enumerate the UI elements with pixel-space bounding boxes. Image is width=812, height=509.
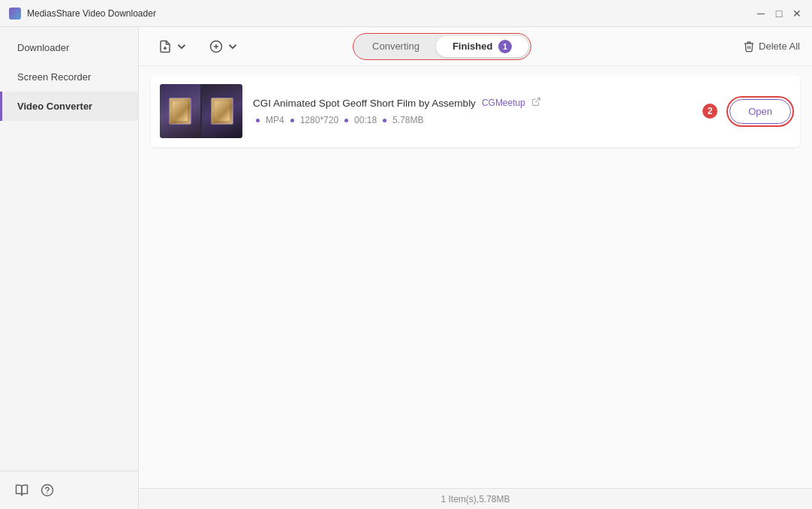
video-thumbnail <box>160 84 242 138</box>
table-row: CGI Animated Spot Geoff Short Film by As… <box>151 75 800 147</box>
status-text: 1 Item(s),5.78MB <box>441 494 510 504</box>
add-url-icon <box>209 40 223 53</box>
book-icon[interactable] <box>15 483 29 497</box>
meta-dot-2 <box>290 119 294 122</box>
delete-all-button[interactable]: Delete All <box>743 41 800 53</box>
video-duration: 00:18 <box>354 115 377 125</box>
video-title: CGI Animated Spot Geoff Short Film by As… <box>253 98 476 109</box>
trash-icon <box>743 41 755 53</box>
close-button[interactable]: ✕ <box>791 8 803 20</box>
video-resolution: 1280*720 <box>300 115 338 125</box>
svg-line-7 <box>535 98 540 103</box>
video-list: CGI Animated Spot Geoff Short Film by As… <box>139 66 812 488</box>
video-actions: 2 Open <box>702 99 791 124</box>
app-icon <box>9 8 21 20</box>
meta-dot-1 <box>256 119 260 122</box>
title-bar: MediasShare Video Downloader ─ □ ✕ <box>0 0 812 27</box>
add-file-icon <box>158 40 172 53</box>
meta-dot-4 <box>383 119 386 122</box>
video-meta: MP4 1280*720 00:18 5.78MB <box>253 115 692 125</box>
minimize-button[interactable]: ─ <box>755 8 767 20</box>
tab-finished[interactable]: Finished 1 <box>436 36 528 57</box>
video-info: CGI Animated Spot Geoff Short Film by As… <box>253 97 692 125</box>
toolbar: Converting Finished 1 Delete All <box>139 27 812 66</box>
help-icon[interactable] <box>41 483 54 497</box>
sidebar: Downloader Screen Recorder Video Convert… <box>0 27 139 509</box>
app-body: Downloader Screen Recorder Video Convert… <box>0 27 812 509</box>
sidebar-item-downloader[interactable]: Downloader <box>0 33 138 62</box>
meta-dot-3 <box>344 119 348 122</box>
sidebar-item-video-converter[interactable]: Video Converter <box>0 92 138 121</box>
finished-count-badge: 1 <box>498 40 512 53</box>
title-bar-left: MediasShare Video Downloader <box>9 8 156 20</box>
tab-converting[interactable]: Converting <box>356 37 436 56</box>
add-url-chevron-icon <box>226 40 239 53</box>
open-button[interactable]: Open <box>729 99 791 124</box>
video-source: CGMeetup <box>482 98 525 108</box>
video-title-row: CGI Animated Spot Geoff Short Film by As… <box>253 97 692 109</box>
restore-button[interactable]: □ <box>773 8 785 20</box>
add-file-button[interactable] <box>151 35 196 58</box>
video-format: MP4 <box>266 115 284 125</box>
video-size: 5.78MB <box>392 115 423 125</box>
toolbar-left <box>151 35 247 58</box>
main-content: Converting Finished 1 Delete All <box>139 27 812 509</box>
sidebar-item-screen-recorder[interactable]: Screen Recorder <box>0 62 138 92</box>
title-bar-controls: ─ □ ✕ <box>755 8 803 20</box>
add-url-button[interactable] <box>202 35 247 58</box>
sidebar-nav: Downloader Screen Recorder Video Convert… <box>0 27 138 471</box>
status-bar: 1 Item(s),5.78MB <box>139 488 812 509</box>
add-file-chevron-icon <box>175 40 188 53</box>
external-link-icon[interactable] <box>531 97 541 109</box>
toolbar-right: Delete All <box>743 41 800 53</box>
app-title: MediasShare Video Downloader <box>27 8 156 19</box>
annotation-marker-2: 2 <box>702 104 717 119</box>
tab-toggle: Converting Finished 1 <box>353 33 531 60</box>
sidebar-footer <box>0 471 138 509</box>
